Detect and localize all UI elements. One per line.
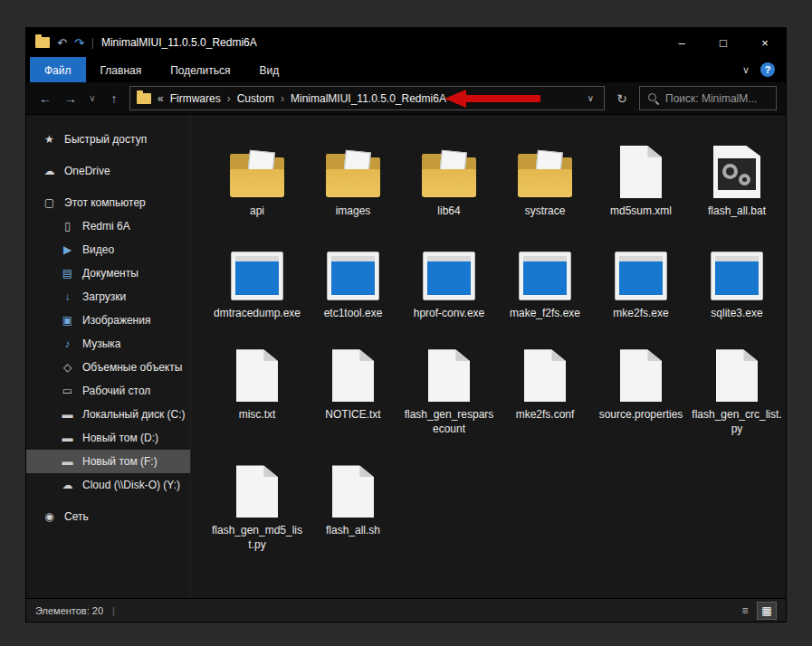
forward-button[interactable]: → — [61, 91, 81, 106]
undo-icon[interactable]: ↶ — [57, 37, 67, 49]
sidebar-item-label: Видео — [82, 243, 114, 256]
tab-file[interactable]: Файл — [30, 57, 86, 82]
file-name: flash_gen_resparsecount — [403, 408, 495, 436]
sidebar-item-videos[interactable]: ▶ Видео — [26, 238, 190, 261]
sidebar-item-label: Локальный диск (C:) — [82, 408, 186, 421]
file-item[interactable]: flash_all.bat — [689, 129, 785, 219]
sidebar-item-3d-objects[interactable]: ◇ Объемные объекты — [26, 356, 190, 379]
history-dropdown-icon[interactable]: ∨ — [86, 93, 99, 103]
back-button[interactable]: ← — [35, 91, 55, 106]
file-item[interactable]: lib64 — [401, 129, 497, 219]
thumbnails-view-icon[interactable]: ▦ — [757, 602, 777, 620]
file-list-area: api images lib64 systrace md5sum.xml — [191, 115, 786, 598]
view-toggles: ≡ ▦ — [735, 602, 777, 620]
sidebar-item-label: Музыка — [82, 337, 120, 350]
sidebar-item-label: Новый том (D:) — [82, 432, 158, 444]
minimize-button[interactable]: – — [661, 28, 702, 57]
sidebar-item-network[interactable]: ◉ Сеть — [26, 505, 190, 528]
ribbon-tab-strip: Файл Главная Поделиться Вид ∨ ? — [26, 57, 786, 82]
sidebar-item-label: Cloud (\\Disk-O) (Y:) — [82, 479, 180, 491]
tab-home[interactable]: Главная — [86, 57, 157, 82]
status-items-count: Элементов: 20 — [35, 605, 103, 616]
breadcrumb-overflow-icon[interactable]: « — [158, 92, 164, 105]
details-view-icon[interactable]: ≡ — [735, 602, 755, 620]
quick-access-toolbar: ↶ ↷ | MinimalMIUI_11.0.5.0_Redmi6A — [26, 36, 257, 49]
search-input[interactable] — [665, 92, 769, 105]
application-file-icon — [711, 252, 763, 300]
sidebar-item-music[interactable]: ♪ Музыка — [26, 332, 190, 356]
music-icon: ♪ — [61, 337, 74, 350]
file-item[interactable]: flash_all.sh — [305, 449, 401, 552]
sidebar-item-label: Рабочий стол — [82, 385, 150, 397]
sidebar-item-pictures[interactable]: ▣ Изображения — [26, 309, 190, 332]
file-item[interactable]: misc.txt — [209, 333, 305, 436]
titlebar[interactable]: ↶ ↷ | MinimalMIUI_11.0.5.0_Redmi6A – □ × — [26, 28, 786, 57]
sidebar-item-new-volume-d[interactable]: ▬ Новый том (D:) — [26, 426, 190, 450]
sidebar-item-downloads[interactable]: ↓ Загрузки — [26, 285, 190, 309]
navigation-pane: ★ Быстрый доступ ☁ OneDrive ▢ Этот компь… — [26, 115, 191, 598]
sidebar-item-redmi-6a[interactable]: ▯ Redmi 6A — [26, 214, 190, 238]
file-item[interactable]: flash_gen_crc_list.py — [689, 333, 785, 436]
file-item[interactable]: systrace — [497, 129, 593, 219]
sidebar-item-desktop[interactable]: ▭ Рабочий стол — [26, 379, 190, 403]
sidebar-item-local-disk-c[interactable]: ▬ Локальный диск (C:) — [26, 403, 190, 426]
tab-view[interactable]: Вид — [244, 57, 293, 82]
document-file-icon — [524, 349, 566, 402]
sidebar-item-documents[interactable]: ▤ Документы — [26, 261, 190, 285]
close-button[interactable]: × — [744, 28, 786, 57]
disk-icon: ▬ — [61, 408, 74, 421]
maximize-button[interactable]: □ — [702, 28, 744, 57]
file-item[interactable]: dmtracedump.exe — [209, 232, 305, 321]
cube-icon: ◇ — [61, 361, 74, 374]
file-item[interactable]: make_f2fs.exe — [497, 232, 593, 321]
chevron-down-icon[interactable]: ∨ — [742, 64, 750, 76]
chevron-right-icon: › — [281, 92, 284, 105]
annotation-arrow — [444, 89, 540, 109]
file-item[interactable]: md5sum.xml — [593, 129, 689, 219]
tab-share[interactable]: Поделиться — [156, 57, 244, 82]
application-file-icon — [615, 252, 667, 300]
breadcrumb-item-custom[interactable]: Custom — [237, 92, 274, 105]
search-icon — [647, 92, 659, 104]
explorer-window: ↶ ↷ | MinimalMIUI_11.0.5.0_Redmi6A – □ ×… — [25, 27, 787, 622]
application-file-icon — [519, 252, 571, 300]
file-item[interactable]: etc1tool.exe — [305, 232, 401, 321]
sidebar-item-this-pc[interactable]: ▢ Этот компьютер — [26, 191, 190, 214]
document-icon: ▤ — [61, 267, 74, 280]
file-item[interactable]: images — [305, 129, 401, 219]
up-button[interactable]: ↑ — [104, 91, 124, 106]
refresh-icon[interactable]: ↻ — [610, 91, 634, 106]
file-item[interactable]: source.properties — [593, 333, 689, 436]
sidebar-item-onedrive[interactable]: ☁ OneDrive — [26, 159, 190, 183]
sidebar-item-new-volume-f[interactable]: ▬ Новый том (F:) — [26, 450, 190, 473]
sidebar-item-cloud-disk-y[interactable]: ☁ Cloud (\\Disk-O) (Y:) — [26, 473, 190, 497]
breadcrumb-item-current-folder[interactable]: MinimalMIUI_11.0.5.0_Redmi6A — [291, 92, 446, 105]
download-icon: ↓ — [61, 290, 74, 303]
breadcrumb-item-firmwares[interactable]: Firmwares — [170, 92, 221, 105]
file-item[interactable]: flash_gen_md5_list.py — [209, 449, 305, 552]
redo-icon[interactable]: ↷ — [74, 37, 84, 49]
script-file-icon — [713, 146, 760, 198]
document-file-icon — [716, 349, 758, 402]
sidebar-item-label: Redmi 6A — [82, 220, 130, 233]
file-grid: api images lib64 systrace md5sum.xml — [209, 129, 782, 553]
file-name: flash_gen_crc_list.py — [691, 408, 783, 436]
search-box[interactable] — [639, 86, 777, 110]
file-name: NOTICE.txt — [325, 408, 380, 423]
sidebar-item-label: Этот компьютер — [64, 196, 146, 209]
sidebar-item-quick-access[interactable]: ★ Быстрый доступ — [26, 128, 190, 151]
cloud-disk-icon: ☁ — [61, 479, 74, 491]
file-item[interactable]: flash_gen_resparsecount — [401, 333, 497, 436]
file-item[interactable]: mke2fs.conf — [497, 333, 593, 436]
file-item[interactable]: hprof-conv.exe — [401, 232, 497, 321]
sidebar-item-label: OneDrive — [64, 165, 110, 177]
file-item[interactable]: NOTICE.txt — [305, 333, 401, 436]
file-item[interactable]: api — [209, 129, 305, 219]
help-icon[interactable]: ? — [760, 62, 775, 77]
file-name: api — [250, 204, 264, 219]
file-name: images — [336, 204, 371, 219]
file-item[interactable]: sqlite3.exe — [689, 232, 785, 321]
address-dropdown-icon[interactable]: ∨ — [584, 93, 597, 103]
file-name: source.properties — [599, 408, 683, 423]
file-item[interactable]: mke2fs.exe — [593, 232, 689, 321]
